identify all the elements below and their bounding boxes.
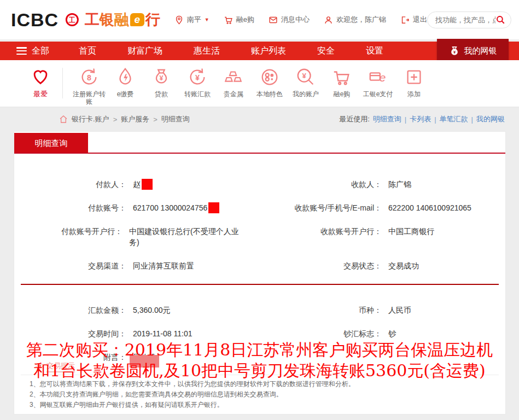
message-center-link[interactable]: 消息中心	[269, 15, 310, 25]
refresh-yen-icon: ¥	[187, 67, 208, 88]
logout-button[interactable]: 退出	[400, 15, 427, 25]
brand-title: 工 银 融 e 行	[85, 10, 160, 30]
tip-item-3: 3、网银互联账户明细由开户银行提供，如有疑问请联系开户银行。	[30, 400, 499, 410]
tip-item-2: 2、本功能只支持查询账户明细，如您需要查询具体交易的明细信息请到相关交易查询。	[30, 389, 499, 400]
recent-link-card-list[interactable]: 卡列表	[410, 114, 431, 124]
payee-bank-label: 收款账号开户行：	[245, 226, 382, 248]
quick-item-local-features[interactable]: 本地特色	[252, 67, 287, 98]
payer-account-number: 621700 13000024756	[133, 203, 207, 212]
time-label: 交易时间：	[14, 328, 126, 339]
hamburger-icon[interactable]	[16, 47, 27, 55]
welcome-user[interactable]: 欢迎您，陈广锦	[324, 15, 386, 25]
rong-egou-label: 融e购	[236, 15, 254, 25]
quick-label: 注册账户转账	[72, 90, 107, 106]
breadcrumb-separator: >	[153, 115, 158, 124]
top-header: ICBC 工 工 银 融 e 行 南平 ▼ 融e购 消息中心 欢迎您，陈广锦	[0, 0, 519, 39]
currency-label: 币种：	[245, 305, 382, 316]
payer-label: 付款人：	[14, 179, 126, 190]
nav-item-accounts[interactable]: 账户列表	[251, 45, 286, 57]
quick-item-epay-bills[interactable]: e缴费	[108, 67, 143, 98]
quick-item-register-transfer[interactable]: 8 注册账户转账	[72, 67, 107, 106]
quick-label: 我的账户	[293, 90, 319, 98]
section-divider	[21, 284, 499, 285]
tab-row: 明细查询	[14, 132, 505, 154]
my-ebank-ribbon[interactable]: ¥ 我的网银	[437, 39, 509, 63]
divider	[62, 68, 63, 98]
recent-separator: |	[434, 115, 436, 124]
location-selector[interactable]: 南平 ▼	[174, 15, 209, 25]
magnifier-yen-icon: ¥	[295, 67, 316, 88]
nav-item-life[interactable]: 惠生活	[194, 45, 220, 57]
nav-item-wealth[interactable]: 财富广场	[127, 45, 162, 57]
breadcrumb-item-account-services[interactable]: 账户服务	[121, 114, 149, 124]
svg-text:e: e	[380, 71, 386, 84]
quick-label: 融e购	[334, 90, 351, 98]
brand-char-3: 融	[114, 10, 129, 30]
currency-value: 人民币	[382, 305, 411, 316]
payer-bank-value: 中国建设银行总行(不受理个人业务)	[123, 226, 245, 248]
logout-label: 退出	[413, 15, 427, 25]
cash-remit-label: 钞汇标志：	[245, 328, 382, 339]
redaction-box	[142, 179, 153, 190]
moneybag-icon: ¥	[449, 45, 460, 56]
quick-label: 贷款	[155, 90, 168, 98]
cart-icon	[331, 67, 352, 88]
nav-item-settings[interactable]: 设置	[366, 45, 383, 57]
quick-item-add[interactable]: 添加	[396, 67, 431, 98]
payee-account-label: 收款账号/手机号/E-mail：	[245, 202, 382, 213]
message-center-label: 消息中心	[281, 15, 310, 25]
location-pin-icon	[174, 15, 184, 25]
chevron-down-icon: ▼	[205, 17, 209, 22]
breadcrumb-item-bankcard[interactable]: 银行卡.账户	[72, 114, 109, 124]
search-input[interactable]	[435, 16, 495, 24]
moneybag-yen-icon: ¥	[151, 67, 172, 88]
tab-detail-query[interactable]: 明细查询	[14, 133, 88, 154]
quick-item-favorites[interactable]: 最爱	[23, 67, 58, 98]
breadcrumb-item-detail-query: 明细查询	[161, 114, 190, 124]
recent-link-single-remit[interactable]: 单笔汇款	[440, 114, 468, 124]
form-row: 付款人：赵 收款人：陈广锦	[14, 179, 505, 190]
quick-item-loans[interactable]: ¥ 贷款	[144, 67, 179, 98]
location-label: 南平	[187, 15, 201, 25]
nav-item-security[interactable]: 安全	[317, 45, 335, 57]
quick-item-transfer-remit[interactable]: ¥ 转账汇款	[180, 67, 215, 98]
rong-egou-link[interactable]: 融e购	[224, 15, 254, 25]
payer-account-label: 付款账号：	[14, 202, 126, 213]
payer-bank-label: 付款账号开户行：	[14, 226, 123, 248]
payer-name: 赵	[133, 180, 141, 189]
svg-text:¥: ¥	[195, 73, 200, 82]
user-icon	[324, 15, 333, 25]
recent-used: 最近使用: 明细查询 | 卡列表 | 单笔汇款 | 我的网银	[339, 114, 505, 124]
icbc-ebanking-page: ICBC 工 工 银 融 e 行 南平 ▼ 融e购 消息中心 欢迎您，陈广锦	[0, 0, 519, 420]
brand-char-1: 工	[85, 10, 100, 30]
tips-header: 交易提示	[21, 361, 499, 372]
quick-item-precious-metals[interactable]: 贵金属	[216, 67, 251, 98]
status-value: 交易成功	[382, 260, 419, 271]
quick-item-rong-egou[interactable]: 融e购	[324, 67, 359, 98]
quick-item-my-account[interactable]: ¥ 我的账户	[288, 67, 323, 98]
envelope-icon	[269, 15, 278, 25]
heart-icon	[30, 67, 51, 88]
nav-item-home[interactable]: 首页	[79, 45, 96, 57]
card-e-icon: e	[368, 67, 388, 88]
recent-link-detail-query[interactable]: 明细查询	[373, 114, 401, 124]
main-nav: 全部 首页 财富广场 惠生活 账户列表 安全 设置 ¥ 我的网银	[0, 42, 519, 60]
local-features-icon	[259, 67, 280, 88]
gold-bars-icon	[223, 67, 244, 88]
svg-text:¥: ¥	[160, 74, 164, 82]
tip-item-1: 1、您可以将查询结果下载，并保存到文本文件中，以供我行为您提供的理财软件对下载的…	[30, 379, 499, 389]
recent-link-my-ebank[interactable]: 我的网银	[476, 114, 505, 124]
nav-item-all[interactable]: 全部	[32, 45, 49, 57]
recent-separator: |	[471, 115, 473, 124]
payee-value: 陈广锦	[382, 179, 411, 190]
icbc-logo-text: ICBC	[11, 9, 59, 31]
quick-item-icbc-epay[interactable]: e 工银e支付	[360, 67, 395, 98]
plus-square-icon	[404, 67, 424, 88]
my-ebank-label: 我的网银	[464, 46, 497, 56]
time-value: 2019-11-08 11:01	[126, 328, 192, 339]
svg-text:工: 工	[68, 16, 75, 24]
search-box[interactable]	[427, 11, 511, 28]
payee-label: 收款人：	[245, 179, 382, 190]
quick-label: e缴费	[117, 90, 134, 98]
transaction-tips: 交易提示 1、您可以将查询结果下载，并保存到文本文件中，以供我行为您提供的理财软…	[21, 361, 499, 411]
